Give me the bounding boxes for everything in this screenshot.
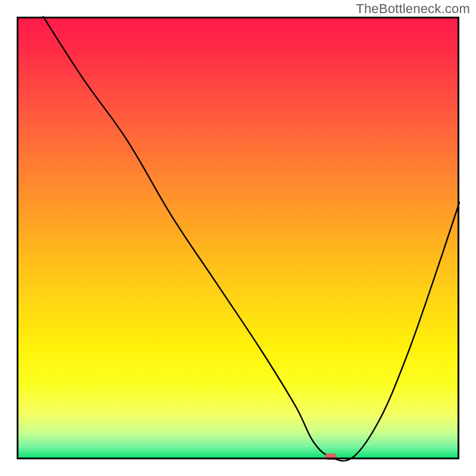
chart-canvas: TheBottleneck.com <box>0 0 476 476</box>
chart-svg <box>17 17 459 459</box>
optimal-point-marker <box>325 453 337 460</box>
watermark-text: TheBottleneck.com <box>356 1 470 17</box>
bottleneck-curve <box>43 17 459 461</box>
